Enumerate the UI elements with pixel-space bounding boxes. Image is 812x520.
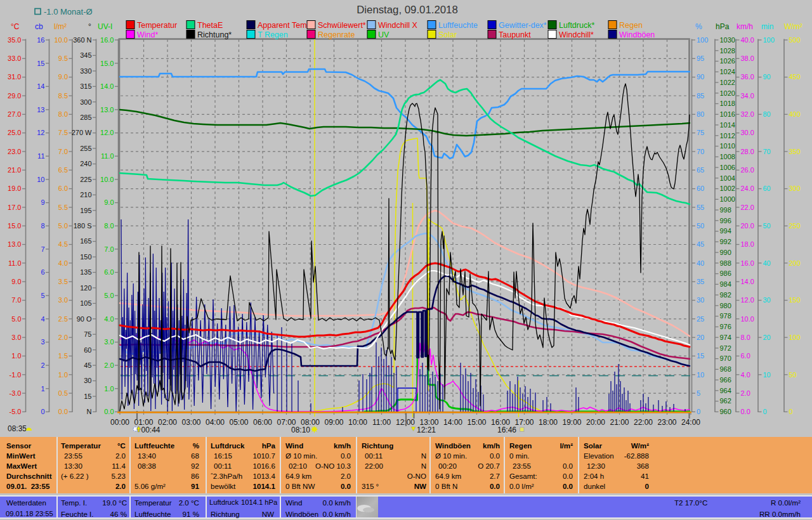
svg-text:20: 20 (763, 334, 771, 341)
svg-text:100: 100 (789, 334, 801, 341)
svg-text:135: 135 (80, 268, 91, 276)
svg-text:10: 10 (763, 371, 771, 379)
svg-text:100: 100 (763, 36, 775, 44)
svg-text:35.0: 35.0 (8, 36, 21, 44)
svg-text:22:00: 22:00 (634, 418, 653, 427)
svg-text:6.0: 6.0 (104, 268, 114, 276)
svg-text:210: 210 (80, 191, 91, 198)
svg-text:7.0: 7.0 (11, 296, 21, 304)
svg-text:10.0: 10.0 (100, 176, 114, 183)
svg-text:18.0: 18.0 (741, 240, 754, 248)
svg-text:3.0: 3.0 (58, 296, 68, 304)
svg-text:400: 400 (789, 110, 801, 118)
svg-text:30: 30 (84, 377, 91, 384)
svg-text:Regenrate: Regenrate (318, 30, 355, 39)
svg-text:11.0: 11.0 (8, 259, 22, 267)
svg-text:14: 14 (37, 82, 44, 90)
svg-text:9.5: 9.5 (58, 55, 68, 62)
svg-text:15: 15 (697, 352, 704, 360)
svg-text:0.0: 0.0 (104, 408, 114, 415)
svg-text:25.0: 25.0 (8, 129, 21, 136)
svg-text:40: 40 (763, 259, 771, 267)
svg-text:2.0: 2.0 (58, 334, 68, 341)
svg-text:23:00: 23:00 (657, 418, 676, 427)
svg-text:08:35: 08:35 (8, 424, 27, 433)
svg-text:986: 986 (720, 270, 731, 277)
svg-text:1.0: 1.0 (58, 371, 68, 379)
svg-text:Solar: Solar (438, 30, 457, 39)
svg-text:100: 100 (697, 36, 708, 44)
svg-text:1.0: 1.0 (11, 352, 21, 360)
svg-text:26.0: 26.0 (741, 166, 754, 174)
svg-text:90: 90 (763, 73, 771, 81)
svg-text:19:00: 19:00 (562, 418, 581, 427)
svg-text:60: 60 (84, 346, 91, 354)
svg-text:966: 966 (720, 376, 731, 384)
svg-text:N: N (87, 408, 92, 415)
svg-text:8.5: 8.5 (58, 92, 68, 100)
svg-text:95: 95 (697, 55, 704, 62)
svg-text:Luftdruck*: Luftdruck* (559, 21, 594, 30)
svg-text:30.0: 30.0 (741, 129, 754, 136)
svg-text:992: 992 (720, 238, 731, 245)
svg-text:225: 225 (80, 176, 91, 183)
svg-text:195: 195 (80, 207, 91, 214)
svg-text:1030: 1030 (720, 36, 735, 44)
svg-text:3.0: 3.0 (104, 338, 114, 346)
svg-text:1024: 1024 (720, 68, 735, 75)
svg-text:1026: 1026 (720, 57, 735, 65)
svg-text:90: 90 (697, 73, 704, 81)
svg-text:150: 150 (80, 253, 91, 261)
svg-text:Temperatur: Temperatur (137, 21, 177, 30)
svg-text:85: 85 (697, 92, 704, 100)
svg-text:60: 60 (697, 185, 704, 192)
svg-text:150: 150 (789, 296, 801, 304)
svg-text:22.0: 22.0 (741, 204, 754, 211)
svg-text:40.0: 40.0 (741, 36, 754, 44)
svg-text:350: 350 (789, 148, 801, 155)
svg-text:16.0: 16.0 (741, 259, 754, 267)
svg-text:-3.0: -3.0 (10, 389, 22, 397)
svg-text:978: 978 (720, 312, 731, 320)
svg-text:962: 962 (720, 397, 731, 405)
svg-text:19.0: 19.0 (8, 185, 21, 192)
svg-text:7: 7 (41, 245, 44, 253)
svg-text:3: 3 (41, 338, 44, 346)
svg-text:min: min (761, 22, 773, 31)
svg-text:11.0: 11.0 (101, 152, 114, 160)
svg-text:hPa: hPa (716, 22, 730, 31)
svg-text:12.0: 12.0 (100, 129, 114, 136)
svg-text:1.5: 1.5 (58, 352, 68, 360)
svg-text:2.0: 2.0 (104, 361, 114, 369)
svg-text:16: 16 (37, 36, 44, 44)
svg-text:14:00: 14:00 (443, 418, 462, 427)
svg-text:21:00: 21:00 (610, 418, 629, 427)
svg-text:1: 1 (41, 385, 44, 393)
svg-text:05:00: 05:00 (229, 418, 248, 427)
svg-text:Regen: Regen (619, 21, 643, 30)
svg-text:1014: 1014 (720, 121, 735, 129)
svg-text:km/h: km/h (737, 22, 753, 31)
svg-text:00:44: 00:44 (141, 426, 160, 434)
svg-text:11: 11 (37, 152, 44, 160)
svg-text:300: 300 (80, 98, 91, 106)
svg-text:24:00: 24:00 (681, 418, 700, 427)
svg-text:l/m²: l/m² (54, 22, 67, 31)
svg-text:°: ° (88, 22, 91, 31)
svg-text:°C: °C (11, 22, 20, 31)
svg-text:360 N: 360 N (73, 36, 91, 44)
svg-text:80: 80 (763, 110, 771, 118)
svg-text:75: 75 (84, 330, 91, 338)
svg-text:500: 500 (789, 36, 801, 44)
svg-text:5.0: 5.0 (104, 292, 114, 299)
svg-text:10.0: 10.0 (741, 315, 754, 323)
svg-text:8.0: 8.0 (741, 334, 750, 341)
svg-text:9.0: 9.0 (58, 73, 68, 81)
svg-text:960: 960 (720, 408, 731, 415)
svg-text:13.0: 13.0 (100, 106, 114, 114)
svg-text:50: 50 (789, 371, 797, 379)
svg-text:0: 0 (697, 408, 700, 415)
svg-text:38.0: 38.0 (741, 55, 754, 62)
svg-text:2.0: 2.0 (741, 389, 750, 397)
svg-text:Schwülewert*: Schwülewert* (318, 21, 366, 30)
